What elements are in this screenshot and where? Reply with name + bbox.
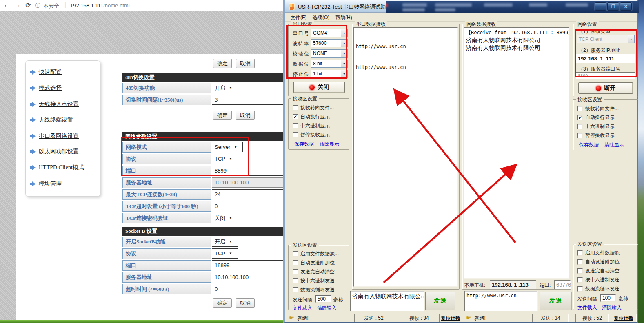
maximize-button[interactable]: ❐ bbox=[607, 2, 619, 11]
sidebar-item-sta-settings[interactable]: 无线终端设置 bbox=[32, 116, 73, 124]
serial-recv-panel[interactable]: http://www.usr.cn http://www.usr.cn bbox=[353, 27, 458, 287]
save-data-link[interactable]: 保存数据 bbox=[294, 141, 314, 148]
max-tcp-input[interactable]: 24 bbox=[212, 189, 284, 199]
menu-help[interactable]: 帮助(H) bbox=[335, 14, 352, 21]
sidebar-item-module-admin[interactable]: 模块管理 bbox=[32, 180, 62, 188]
ok-button[interactable]: 确定 bbox=[213, 298, 232, 308]
485-enable-select[interactable]: 开启▼ bbox=[212, 83, 238, 93]
cancel-button[interactable]: 取消 bbox=[236, 111, 255, 120]
sidebar-item-mode-select[interactable]: 模式选择 bbox=[32, 84, 62, 92]
socketb-protocol-select[interactable]: TCP▼ bbox=[212, 248, 238, 259]
checkbox[interactable] bbox=[577, 133, 583, 138]
checkbox[interactable] bbox=[577, 259, 583, 265]
hex-send-checkbox[interactable]: 按十六进制发送 bbox=[577, 277, 620, 283]
file-source-checkbox[interactable]: 启用文件数据源... bbox=[577, 250, 624, 257]
recv-to-file-checkbox[interactable]: 接收转向文件... bbox=[577, 105, 619, 112]
sidebar-item-uart-network[interactable]: 串口及网络设置 bbox=[32, 132, 79, 140]
chevron-down-icon[interactable]: ▼ bbox=[341, 50, 347, 57]
checkbox[interactable] bbox=[293, 269, 298, 274]
hex-display-checkbox[interactable]: 十六进制显示 bbox=[577, 123, 615, 130]
loop-send-checkbox[interactable]: 数据流循环发送 bbox=[577, 285, 620, 292]
recv-to-file-checkbox[interactable]: 接收转向文件... bbox=[293, 104, 334, 111]
checkbox[interactable] bbox=[577, 268, 583, 274]
clear-input-link[interactable]: 清除输入 bbox=[602, 304, 622, 311]
clear-display-link[interactable]: 清除显示 bbox=[604, 142, 624, 148]
ok-button[interactable]: 确定 bbox=[213, 111, 232, 120]
clear-after-send-checkbox[interactable]: 发送完自动清空 bbox=[293, 268, 335, 275]
socketb-timeout-input[interactable]: 0 bbox=[212, 284, 284, 294]
checkbox[interactable] bbox=[293, 132, 298, 137]
interval-input[interactable]: 500 bbox=[315, 295, 331, 303]
server-port-field[interactable]: 8899 bbox=[576, 72, 635, 79]
sidebar-item-quick-config[interactable]: 快速配置 bbox=[32, 68, 62, 76]
loop-send-checkbox[interactable]: 数据流循环发送 bbox=[293, 286, 335, 293]
ok-button[interactable]: 确定 bbox=[213, 59, 232, 68]
auto-linefeed-checkbox[interactable]: ✔自动换行显示 bbox=[577, 114, 615, 121]
serial-close-button[interactable]: 关闭 bbox=[293, 82, 345, 93]
tcp-timeout-input[interactable]: 0 bbox=[212, 201, 284, 211]
socketb-server-input[interactable]: 10.10.100.100 bbox=[212, 272, 284, 282]
auto-linefeed-checkbox[interactable]: ✔自动换行显示 bbox=[293, 113, 330, 120]
pause-recv-checkbox[interactable]: 暂停接收显示 bbox=[577, 132, 615, 139]
socketb-enable-select[interactable]: 开启▼ bbox=[212, 237, 238, 247]
protocol-select[interactable]: TCP▼ bbox=[212, 154, 238, 164]
auto-append-checkbox[interactable]: 自动发送附加位 bbox=[293, 259, 335, 266]
file-source-checkbox[interactable]: 启用文件数据源... bbox=[293, 250, 339, 257]
interval-input[interactable]: 100 bbox=[600, 294, 616, 302]
checkbox[interactable] bbox=[577, 106, 583, 111]
file-load-link[interactable]: 文件载入 bbox=[577, 304, 597, 311]
net-send-input[interactable]: http://www.usr.cn bbox=[464, 291, 538, 311]
reset-count-link[interactable]: 复位计数 bbox=[441, 315, 460, 322]
sidebar-item-ap-settings[interactable]: 无线接入点设置 bbox=[32, 100, 79, 108]
chevron-down-icon[interactable]: ▼ bbox=[341, 60, 347, 67]
checkbox[interactable] bbox=[293, 251, 298, 257]
socketb-port-input[interactable]: 18899 bbox=[212, 260, 284, 270]
reset-count-right[interactable]: 复位计数 bbox=[611, 314, 637, 322]
save-data-link[interactable]: 保存数据 bbox=[579, 142, 599, 148]
databits-select[interactable]: 8 bit▼ bbox=[311, 60, 348, 68]
chevron-down-icon[interactable]: ▼ bbox=[341, 40, 347, 47]
url-bar[interactable]: 192.168.1.111/home.html bbox=[70, 2, 130, 9]
localhost-ip-field[interactable]: 192.168. 1 .113 bbox=[490, 280, 536, 289]
pause-recv-checkbox[interactable]: 暂停接收显示 bbox=[293, 131, 330, 138]
clear-after-send-checkbox[interactable]: 发送完自动清空 bbox=[577, 268, 620, 274]
back-icon[interactable]: ← bbox=[2, 1, 11, 9]
cancel-button[interactable]: 取消 bbox=[236, 298, 255, 308]
hex-display-checkbox[interactable]: 十六进制显示 bbox=[293, 122, 330, 129]
reset-count-link[interactable]: 复位计数 bbox=[614, 315, 633, 322]
checkbox[interactable] bbox=[293, 260, 298, 265]
com-port-select[interactable]: COM4▼ bbox=[311, 29, 348, 37]
hex-send-checkbox[interactable]: 按十六进制发送 bbox=[293, 277, 335, 284]
disconnect-button[interactable]: 断开 bbox=[578, 82, 633, 94]
checkbox[interactable]: ✔ bbox=[293, 114, 298, 119]
cancel-button[interactable]: 取消 bbox=[236, 59, 255, 68]
chevron-down-icon[interactable]: ▼ bbox=[341, 29, 347, 37]
checkbox[interactable] bbox=[293, 123, 298, 128]
net-recv-panel[interactable]: 【Receive from 192.168.1.111 : 8899】: 济南有… bbox=[464, 27, 569, 279]
clear-input-link[interactable]: 清除输入 bbox=[317, 305, 337, 312]
port-input[interactable]: 8899 bbox=[212, 166, 284, 176]
menu-file[interactable]: 文件(F) bbox=[291, 14, 306, 21]
forward-icon[interactable]: → bbox=[13, 1, 22, 9]
checkbox[interactable] bbox=[577, 277, 583, 283]
minimize-button[interactable]: — bbox=[595, 2, 606, 11]
parity-select[interactable]: NONE▼ bbox=[311, 49, 348, 58]
stopbits-select[interactable]: 1 bit▼ bbox=[311, 70, 348, 78]
checkbox[interactable]: ✔ bbox=[577, 115, 583, 120]
file-load-link[interactable]: 文件载入 bbox=[293, 305, 312, 312]
serial-send-button[interactable]: 发送 bbox=[425, 292, 455, 310]
localport-field[interactable]: 63776 bbox=[554, 280, 571, 289]
app-titlebar[interactable]: USR-TCP232-Test 串口转网络调试助手 — ❐ ✕ bbox=[285, 0, 637, 13]
485-interval-input[interactable]: 3 bbox=[212, 95, 284, 105]
server-ip-field[interactable]: 192.168. 1 .111 bbox=[576, 54, 635, 63]
refresh-icon[interactable]: ⟳ bbox=[24, 1, 33, 9]
checkbox[interactable] bbox=[293, 287, 298, 292]
tcp-password-select[interactable]: 关闭▼ bbox=[212, 213, 238, 223]
checkbox[interactable] bbox=[577, 250, 583, 256]
baudrate-select[interactable]: 57600▼ bbox=[311, 39, 348, 47]
sidebar-item-httpd-client[interactable]: HTTPD Client模式 bbox=[32, 164, 84, 172]
auto-append-checkbox[interactable]: 自动发送附加位 bbox=[577, 259, 620, 265]
net-send-button[interactable]: 发送 bbox=[540, 292, 572, 310]
checkbox[interactable] bbox=[293, 105, 298, 111]
clear-display-link[interactable]: 清除显示 bbox=[320, 141, 339, 148]
